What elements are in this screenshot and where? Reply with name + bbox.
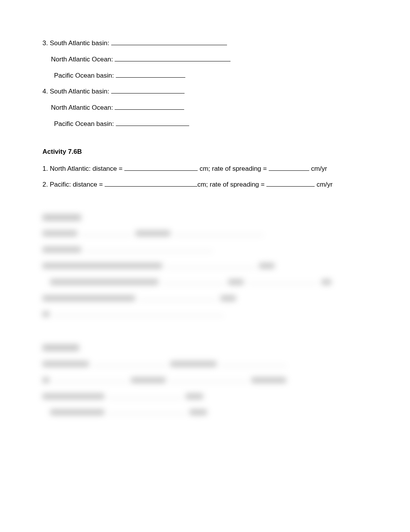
q4-sub1-line: North Atlantic Ocean: (42, 103, 368, 112)
blur-heading-2 (42, 343, 368, 352)
q3-line: 3. South Atlantic basin: (42, 39, 368, 48)
q4-sub2-line: Pacific Ocean basin: (42, 119, 368, 129)
blur-row (42, 309, 368, 319)
q3-sub2-blank[interactable] (116, 71, 185, 78)
blur-row (42, 277, 368, 286)
b2-rate-blank[interactable] (266, 180, 315, 187)
b2-line: 2. Pacific: distance = cm; rate of sprea… (42, 180, 368, 189)
activity-heading: Activity 7.6B (42, 147, 368, 156)
q4-sub2-blank[interactable] (116, 119, 189, 126)
blur-row (42, 391, 368, 401)
q4-sub1-blank[interactable] (115, 103, 184, 110)
blur-row (42, 359, 368, 369)
b1-distance-blank[interactable] (124, 164, 198, 171)
b2-mid: cm; rate of spreading = (197, 181, 266, 188)
q4-sub1-label: North Atlantic Ocean: (51, 104, 115, 111)
q4-sub2-label: Pacific Ocean basin: (54, 120, 116, 127)
blur-row (42, 408, 368, 417)
q3-sub1-line: North Atlantic Ocean: (42, 55, 368, 64)
b1-suffix: cm/yr (309, 165, 327, 172)
blur-row (42, 229, 368, 238)
b2-distance-blank[interactable] (105, 180, 197, 187)
b1-mid: cm; rate of spreading = (198, 165, 269, 172)
q3-sub2-label: Pacific Ocean basin: (54, 72, 116, 79)
b2-prefix: 2. Pacific: distance = (42, 181, 105, 188)
b2-suffix: cm/yr (315, 181, 332, 188)
blur-row (42, 261, 368, 270)
q4-label: 4. South Atlantic basin: (42, 88, 111, 95)
q4-blank[interactable] (111, 87, 185, 93)
q3-sub1-blank[interactable] (115, 55, 230, 61)
b1-line: 1. North Atlantic: distance = cm; rate o… (42, 164, 368, 173)
blurred-preview-region (42, 212, 368, 417)
b1-rate-blank[interactable] (269, 164, 309, 171)
q3-blank[interactable] (111, 39, 227, 45)
q3-label: 3. South Atlantic basin: (42, 39, 111, 47)
blur-row (42, 245, 368, 254)
blur-row (42, 293, 368, 303)
q3-sub1-label: North Atlantic Ocean: (51, 56, 115, 63)
blur-row (42, 375, 368, 384)
q3-sub2-line: Pacific Ocean basin: (42, 71, 368, 80)
blur-heading-1 (42, 212, 368, 222)
q4-line: 4. South Atlantic basin: (42, 87, 368, 96)
b1-prefix: 1. North Atlantic: distance = (42, 165, 124, 172)
